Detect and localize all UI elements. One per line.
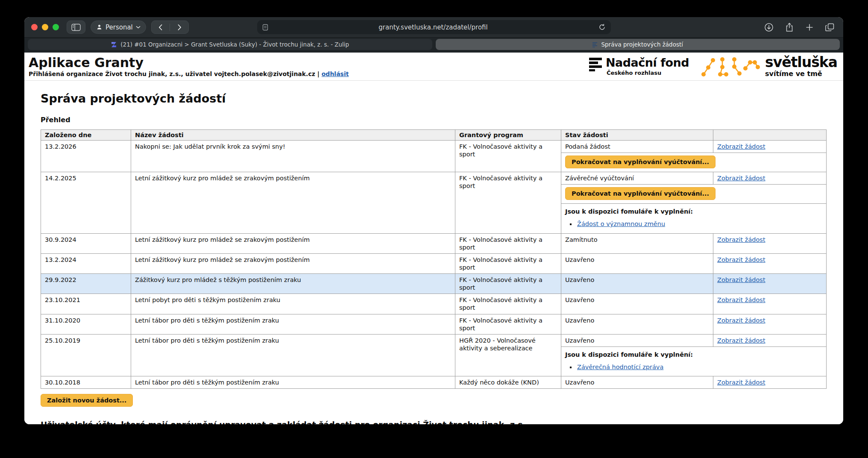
profile-label: Personal — [106, 23, 133, 31]
address-bar[interactable]: granty.svetluska.net/zadatel/profil — [257, 20, 611, 34]
application-row: 30.10.2018Letní tábor pro děti s těžkým … — [41, 376, 827, 389]
view-request-link[interactable]: Zobrazit žádost — [717, 317, 765, 324]
back-icon — [158, 24, 163, 31]
overview-heading: Přehled — [41, 116, 826, 124]
reload-icon[interactable] — [598, 23, 606, 31]
application-date: 23.10.2021 — [41, 294, 131, 314]
application-actions: Zobrazit žádost — [713, 334, 827, 346]
tab-label: (21) #01 Organizacni > Grant Svetluska (… — [120, 41, 349, 48]
forms-list: Žádost o významnou změnu — [576, 220, 822, 228]
view-request-link[interactable]: Zobrazit žádost — [717, 337, 765, 344]
application-date: 25.10.2019 — [41, 334, 131, 376]
application-row: 25.10.2019Letní tábor pro děti s těžkým … — [41, 334, 827, 346]
application-actions: Zobrazit žádost — [713, 141, 827, 153]
application-name: Letní zážitkový kurz pro mládež se zrako… — [131, 233, 455, 253]
application-name: Letní tábor pro děti s těžkým postižením… — [131, 376, 455, 389]
zoom-window-button[interactable] — [53, 24, 59, 30]
share-button[interactable] — [785, 23, 794, 32]
application-program: FK - Volnočasové aktivity a sport — [455, 294, 561, 314]
continue-settlement-button[interactable]: Pokračovat na vyplňování vyúčtování... — [565, 187, 716, 200]
site-header: Aplikace Granty Přihlášená organizace Ži… — [24, 53, 843, 81]
application-date: 31.10.2020 — [41, 314, 131, 334]
column-header: Grantový program — [455, 130, 561, 141]
application-date: 29.9.2022 — [41, 274, 131, 294]
page-content: Aplikace Granty Přihlášená organizace Ži… — [24, 53, 843, 424]
forms-list-item: Žádost o významnou změnu — [576, 220, 822, 228]
tab-label: Správa projektových žádostí — [601, 41, 683, 48]
application-program: FK - Volnočasové aktivity a sport — [455, 314, 561, 334]
sidebar-icon — [71, 23, 81, 31]
column-header — [713, 130, 827, 141]
view-request-link[interactable]: Zobrazit žádost — [717, 143, 765, 150]
form-link[interactable]: Žádost o významnou změnu — [577, 220, 665, 227]
new-tab-button[interactable] — [805, 23, 814, 32]
ceskeho-rozhlasu-text: Českého rozhlasu — [607, 70, 689, 76]
application-date: 14.2.2025 — [41, 172, 131, 233]
application-actions: Zobrazit žádost — [713, 233, 827, 253]
profile-menu-button[interactable]: Personal — [91, 21, 146, 34]
application-date: 13.2.2024 — [41, 253, 131, 273]
application-program: FK - Volnočasové aktivity a sport — [455, 172, 561, 233]
minimize-window-button[interactable] — [42, 24, 48, 30]
application-actions: Zobrazit žádost — [713, 294, 827, 314]
profile-icon — [96, 24, 103, 30]
applications-table: Založeno dne Název žádosti Grantový prog… — [41, 129, 827, 389]
forms-cell: Jsou k dispozici fomuláře k vyplnění:Záv… — [561, 346, 827, 376]
downloads-button[interactable] — [764, 23, 774, 32]
application-row: 13.2.2026Nakopni se: Jak udělat prvník k… — [41, 141, 827, 153]
new-request-button[interactable]: Založit novou žádost... — [41, 394, 133, 407]
form-link[interactable]: Závěrečná hodnotící zpráva — [577, 364, 663, 370]
svetluska-dots-icon — [700, 55, 760, 79]
applications-table-header: Založeno dne Název žádosti Grantový prog… — [41, 130, 827, 141]
forms-list: Závěrečná hodnotící zpráva — [576, 363, 822, 371]
view-request-link[interactable]: Zobrazit žádost — [717, 256, 765, 263]
application-name: Nakopni se: Jak udělat prvník krok za sv… — [131, 141, 455, 172]
view-request-link[interactable]: Zobrazit žádost — [717, 379, 765, 386]
sidebar-toggle-button[interactable] — [67, 21, 85, 34]
app-title: Aplikace Granty — [29, 56, 349, 70]
forms-available-label: Jsou k dispozici fomuláře k vyplnění: — [565, 208, 822, 215]
application-name: Letní tábor pro děti s těžkým postižením… — [131, 314, 455, 334]
application-row: 29.9.2022Zážitkový kurz pro mládež s těž… — [41, 274, 827, 294]
main-area: Správa projektových žádostí Přehled Zalo… — [24, 92, 843, 424]
zulip-favicon — [111, 41, 117, 48]
users-heading: Uživatelské účty, které mají oprávnění u… — [41, 420, 826, 424]
application-name: Letní zážitkový kurz pro mládež se zrako… — [131, 172, 455, 233]
back-button[interactable] — [152, 21, 170, 33]
header-logos: Nadační fond Českého rozhlasu — [589, 55, 837, 79]
view-request-link[interactable]: Zobrazit žádost — [717, 276, 765, 283]
svetluska-text: světluška — [765, 55, 837, 69]
application-status: Závěrečné vyúčtování — [561, 172, 713, 185]
continue-settlement-button[interactable]: Pokračovat na vyplňování vyúčtování... — [565, 156, 716, 168]
view-request-link[interactable]: Zobrazit žádost — [717, 236, 765, 243]
application-status: Uzavřeno — [561, 376, 713, 389]
tab-zulip[interactable]: (21) #01 Organizacni > Grant Svetluska (… — [28, 39, 432, 50]
logout-link[interactable]: odhlásit — [322, 70, 349, 77]
application-status: Uzavřeno — [561, 253, 713, 273]
column-header: Název žádosti — [131, 130, 455, 141]
login-line: Přihlášená organizace Život trochu jinak… — [29, 70, 349, 77]
svitime-ve-tme-text: svítíme ve tmě — [765, 70, 837, 78]
application-status: Podaná žádost — [561, 141, 713, 153]
tab-granty[interactable]: Správa projektových žádostí — [436, 39, 840, 50]
application-row: 31.10.2020Letní tábor pro děti s těžkým … — [41, 314, 827, 334]
application-program: HGŘ 2020 - Volnočasové aktivity a sebere… — [455, 334, 561, 376]
view-request-link[interactable]: Zobrazit žádost — [717, 175, 765, 182]
forward-button[interactable] — [170, 21, 188, 33]
application-row: 23.10.2021Letní pobyt pro děti s těžkým … — [41, 294, 827, 314]
application-program: FK - Volnočasové aktivity a sport — [455, 233, 561, 253]
application-name: Letní zážitkový kurz pro mládež se zrako… — [131, 253, 455, 273]
view-request-link[interactable]: Zobrazit žádost — [717, 297, 765, 303]
svetluska-logo: světluška svítíme ve tmě — [700, 55, 837, 79]
nadacni-fond-logo: Nadační fond Českého rozhlasu — [589, 57, 689, 76]
application-actions: Zobrazit žádost — [713, 274, 827, 294]
forms-list-item: Závěrečná hodnotící zpráva — [576, 363, 822, 371]
login-text: Přihlášená organizace Život trochu jinak… — [29, 70, 320, 77]
history-nav-group — [151, 21, 189, 34]
application-program: FK - Volnočasové aktivity a sport — [455, 274, 561, 294]
browser-window: Personal granty — [24, 17, 843, 424]
close-window-button[interactable] — [31, 24, 38, 30]
forward-icon — [177, 24, 182, 31]
application-status: Uzavřeno — [561, 294, 713, 314]
tab-overview-button[interactable] — [825, 23, 835, 32]
